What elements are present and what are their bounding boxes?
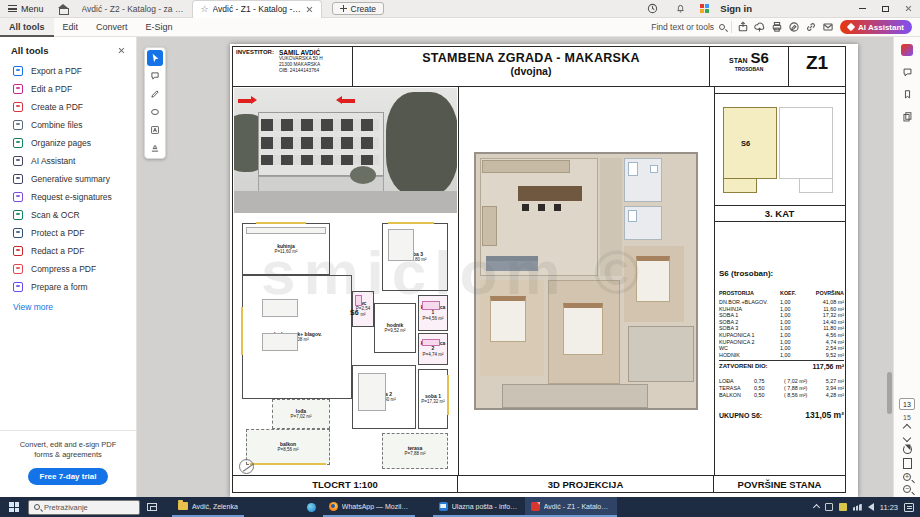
- plus-icon: [340, 5, 347, 12]
- floor-plan: kuhinja P=11,60 m² soba 3 P=11,80 m² dn.…: [236, 215, 455, 475]
- areas-heading: S6 (trosoban):: [719, 269, 844, 278]
- page-number-input[interactable]: 13: [899, 398, 915, 410]
- bookmarks-panel-button[interactable]: [898, 85, 916, 103]
- nav-esign[interactable]: E-Sign: [137, 18, 182, 37]
- tool-organize-pages[interactable]: Organize pages: [0, 134, 136, 152]
- cloud-upload-icon[interactable]: [751, 20, 768, 35]
- tool-create-pdf[interactable]: Create a PDF: [0, 98, 136, 116]
- select-tool-button[interactable]: [147, 50, 163, 66]
- plan-room-hodnik: hodnik P=9,52 m²: [374, 303, 416, 353]
- clock[interactable]: 11:23: [880, 503, 898, 512]
- minimize-button[interactable]: [851, 0, 874, 18]
- highlight-text-tool-button[interactable]: [147, 122, 163, 138]
- investor-label: INVESTITOR:: [236, 49, 274, 84]
- comment-tool-button[interactable]: [147, 68, 163, 84]
- free-trial-button[interactable]: Free 7-day trial: [28, 468, 109, 485]
- taskbar-app-mail[interactable]: Ulazna pošta - info@s...: [433, 497, 525, 517]
- stan-type: TROSOBAN: [710, 66, 788, 72]
- zoom-in-button[interactable]: +: [903, 473, 911, 481]
- start-button[interactable]: [0, 497, 28, 517]
- create-button[interactable]: Create: [332, 2, 385, 15]
- view-more-link[interactable]: View more: [0, 296, 136, 318]
- web-edit-icon[interactable]: [785, 20, 802, 35]
- tray-app-icon[interactable]: [839, 503, 847, 511]
- sign-in-button[interactable]: Sign in: [720, 3, 752, 14]
- history-clock-icon[interactable]: [644, 1, 661, 16]
- taskbar-app-acrobat[interactable]: Avdić - Z1 - Katalog -...: [525, 497, 617, 517]
- tool-label: Organize pages: [31, 138, 91, 148]
- menu-label: Menu: [21, 4, 44, 14]
- footer-3d: 3D PROJEKCIJA: [458, 476, 714, 492]
- tool-prepare-form[interactable]: Prepare a form: [0, 278, 136, 296]
- 3d-bedroom: [548, 280, 620, 384]
- tool-request-esignatures[interactable]: Request e-signatures: [0, 188, 136, 206]
- tray-expand-icon[interactable]: [813, 503, 820, 510]
- maximize-button[interactable]: [874, 0, 897, 18]
- plan-window-marker: [250, 463, 326, 465]
- tool-generative-summary[interactable]: Generative summary: [0, 170, 136, 188]
- find-input[interactable]: Find text or tools: [647, 22, 729, 32]
- tool-scan-ocr[interactable]: Scan & OCR: [0, 206, 136, 224]
- tool-redact-pdf[interactable]: Redact a PDF: [0, 242, 136, 260]
- nav-convert[interactable]: Convert: [87, 18, 137, 37]
- notifications-bell-icon[interactable]: [672, 1, 689, 16]
- tab-document-z1[interactable]: ☆ Avdić - Z1 - Katalog - za ...: [192, 0, 322, 18]
- trial-promo: Convert, edit and e-sign PDF forms & agr…: [0, 430, 136, 497]
- search-icon: [719, 24, 725, 30]
- taskbar-search-input[interactable]: Pretraživanje: [28, 500, 140, 515]
- link-icon[interactable]: [802, 20, 819, 35]
- email-icon[interactable]: [819, 20, 836, 35]
- keyplan-unit-highlight: [723, 179, 757, 193]
- tool-combine-files[interactable]: Combine files: [0, 116, 136, 134]
- tab-document-z2[interactable]: Avdić - Z2 - Katalog - za mail.pdf: [74, 0, 192, 18]
- draw-tool-button[interactable]: [147, 86, 163, 102]
- task-view-button[interactable]: [140, 497, 164, 517]
- close-panel-icon[interactable]: [118, 47, 125, 54]
- rotate-page-button[interactable]: [903, 445, 912, 454]
- nav-all-tools[interactable]: All tools: [0, 18, 54, 37]
- tool-compress-pdf[interactable]: Compress a PDF: [0, 260, 136, 278]
- comments-panel-button[interactable]: [898, 63, 916, 81]
- taskbar-app-explorer[interactable]: Avdić, Zelenka: [172, 497, 244, 517]
- nav-edit[interactable]: Edit: [54, 18, 88, 37]
- ai-assistant-panel-button[interactable]: [898, 41, 916, 59]
- ai-assistant-button[interactable]: AI Assistant: [840, 20, 912, 34]
- tray-app-icon[interactable]: [825, 503, 833, 511]
- taskbar-app-browser[interactable]: [300, 497, 323, 517]
- export-share-icon[interactable]: [734, 20, 751, 35]
- previous-page-button[interactable]: [903, 424, 911, 432]
- volume-icon[interactable]: [868, 503, 874, 511]
- photo-tree: [386, 92, 457, 196]
- scan-ocr-icon: [13, 210, 23, 220]
- tool-edit-pdf[interactable]: Edit a PDF: [0, 80, 136, 98]
- home-icon[interactable]: [58, 4, 68, 14]
- tool-protect-pdf[interactable]: Protect a PDF: [0, 224, 136, 242]
- print-icon[interactable]: [768, 20, 785, 35]
- open-area-rows: LOĐA0,75( 7,02 m²)5,27 m² TERASA0,50( 7,…: [719, 378, 844, 398]
- fit-page-button[interactable]: [903, 458, 912, 469]
- stan-value: S6: [751, 50, 769, 65]
- zoom-out-button[interactable]: −: [903, 485, 911, 493]
- vertical-scrollbar[interactable]: [887, 372, 892, 414]
- close-tab-icon[interactable]: [306, 6, 313, 13]
- mail-icon: [439, 502, 448, 511]
- network-icon[interactable]: [853, 504, 862, 511]
- close-window-button[interactable]: [897, 0, 920, 18]
- shapes-tool-button[interactable]: [147, 104, 163, 120]
- photo-window-row: [261, 137, 379, 149]
- taskbar-app-whatsapp[interactable]: WhatsApp — Mozilla ...: [323, 497, 415, 517]
- quick-tools-strip: [144, 47, 166, 159]
- 3d-chair: [554, 204, 561, 211]
- menu-button[interactable]: Menu: [0, 0, 52, 18]
- tool-label: Create a PDF: [31, 102, 83, 112]
- tool-export-pdf[interactable]: Export a PDF: [0, 62, 136, 80]
- stamp-tool-button[interactable]: [147, 140, 163, 156]
- area-row: BALKON0,50( 8,56 m²)4,28 m²: [719, 392, 844, 399]
- notification-center-icon[interactable]: [904, 503, 914, 512]
- photo-window-row: [261, 119, 379, 131]
- right-tools-panel: 13 15 + −: [893, 37, 920, 497]
- apps-grid-icon[interactable]: [700, 4, 709, 13]
- page-thumbnails-button[interactable]: [898, 107, 916, 125]
- tool-ai-assistant[interactable]: AI Assistant: [0, 152, 136, 170]
- photo-ground: [234, 191, 457, 213]
